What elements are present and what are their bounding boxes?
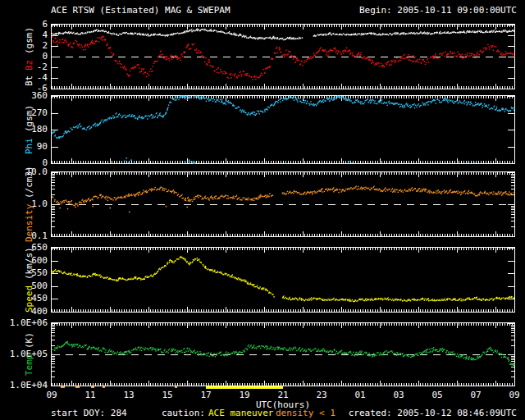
- panel-temp-ylabel: Temp (K): [22, 323, 35, 386]
- panel-phi-ylabel: Phi (gsm): [22, 96, 35, 163]
- xtick-label: 17: [193, 390, 219, 400]
- begin-timestamp: Begin: 2005-10-11 09:00:00UTC: [359, 6, 517, 16]
- density-lt1-marker: [175, 386, 176, 388]
- panel-phi-canvas: [51, 95, 515, 164]
- density-lt1-marker: [61, 386, 66, 388]
- ace-maneuver-bar: [206, 386, 283, 389]
- xtick-label: 09: [501, 390, 525, 400]
- xtick-label: 15: [154, 390, 180, 400]
- density-lt1-marker: [91, 386, 94, 388]
- ace-rtsw-plot: ACE RTSW (Estimated) MAG & SWEPAM Begin:…: [0, 0, 525, 420]
- xtick-label: 05: [424, 390, 450, 400]
- ylabel-part: Phi: [24, 132, 34, 154]
- ylabel-part: Bt: [24, 71, 34, 87]
- ylabel-part: Bz: [24, 54, 34, 71]
- ylabel-part: Density: [24, 199, 34, 242]
- xtick-label: 07: [463, 390, 489, 400]
- ylabel-part: (gsm): [24, 27, 34, 54]
- ylabel-part: Temp: [24, 349, 34, 376]
- ylabel-part: (gsm): [24, 105, 34, 132]
- panel-speed-canvas: [51, 247, 515, 313]
- panel-density-canvas: [51, 171, 515, 237]
- start-doy-label: start DOY: 284: [51, 409, 127, 418]
- page-title: ACE RTSW (Estimated) MAG & SWEPAM: [51, 6, 231, 16]
- ylabel-part: (K): [24, 333, 34, 349]
- density-lt1-marker: [75, 386, 80, 388]
- density-lt1-marker: [103, 386, 104, 388]
- ylabel-part: Speed: [24, 280, 34, 313]
- xtick-label: 01: [347, 390, 373, 400]
- xtick-label: 11: [77, 390, 103, 400]
- xtick-label: 09: [39, 390, 65, 400]
- caution-label: caution:: [162, 409, 205, 418]
- xtick-label: 13: [116, 390, 142, 400]
- panel-speed-ylabel: Speed (km/s): [22, 248, 35, 312]
- xtick-label: 03: [386, 390, 412, 400]
- created-timestamp: created: 2005-10-12 08:46:09UTC: [349, 409, 517, 418]
- panel-density-ylabel: Density (/cm3): [22, 172, 35, 236]
- density-caution-label: density < 1: [276, 409, 336, 418]
- panel-bt_bz-ylabel: Bt Bz (gsm): [22, 25, 35, 89]
- panel-temp-canvas: [51, 322, 515, 386]
- ylabel-part: (/cm3): [24, 167, 34, 199]
- maneuver-caution-label: ACE maneuver: [208, 409, 273, 418]
- panel-bt_bz-canvas: [51, 24, 515, 89]
- ylabel-part: (km/s): [24, 247, 34, 280]
